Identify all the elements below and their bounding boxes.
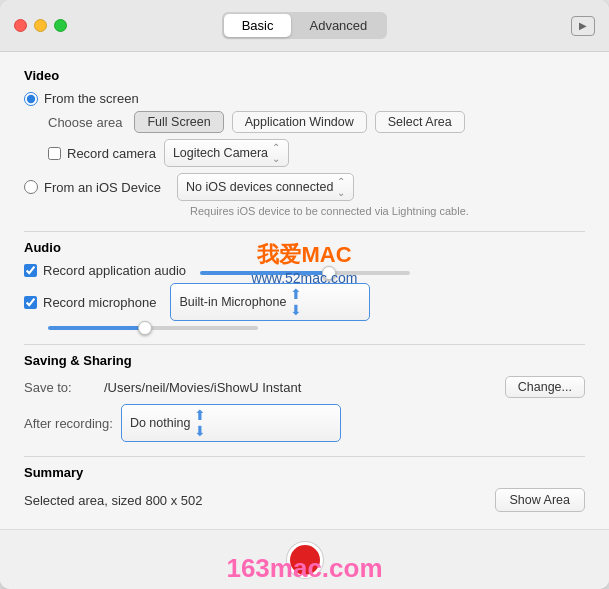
record-app-audio-row: Record application audio: [24, 263, 585, 278]
audio-section-title: Audio: [24, 240, 585, 255]
content-area: Video From the screen Choose area Full S…: [0, 52, 609, 529]
after-dropdown[interactable]: Do nothing ⬆⬇: [121, 404, 341, 442]
record-camera-checkbox[interactable]: [48, 147, 61, 160]
summary-section: Summary Selected area, sized 800 x 502 S…: [24, 465, 585, 512]
save-to-label: Save to:: [24, 380, 104, 395]
ios-dropdown[interactable]: No iOS devices connected ⌃⌄: [177, 173, 354, 201]
traffic-lights: [14, 19, 67, 32]
application-window-btn[interactable]: Application Window: [232, 111, 367, 133]
after-dropdown-arrow: ⬆⬇: [194, 407, 206, 439]
mic-dropdown[interactable]: Built-in Microphone ⬆⬇: [170, 283, 370, 321]
titlebar: Basic Advanced ▶: [0, 0, 609, 52]
ios-hint: Requires iOS device to be connected via …: [190, 205, 585, 217]
minimize-button[interactable]: [34, 19, 47, 32]
tab-group: Basic Advanced: [222, 12, 388, 39]
volume-slider-row: [48, 326, 585, 330]
choose-area-label: Choose area: [48, 115, 122, 130]
save-path: /Users/neil/Movies/iShowU Instant: [104, 380, 505, 395]
app-audio-slider-thumb[interactable]: [322, 266, 336, 280]
record-app-audio-label[interactable]: Record application audio: [24, 263, 186, 278]
select-area-btn[interactable]: Select Area: [375, 111, 465, 133]
divider-1: [24, 231, 585, 232]
divider-3: [24, 456, 585, 457]
full-screen-btn[interactable]: Full Screen: [134, 111, 223, 133]
summary-text: Selected area, sized 800 x 502: [24, 493, 495, 508]
show-area-button[interactable]: Show Area: [495, 488, 585, 512]
choose-area-row: Choose area Full Screen Application Wind…: [48, 111, 585, 133]
bottom-bar: 163mac.com: [0, 529, 609, 589]
play-button[interactable]: ▶: [571, 16, 595, 36]
saving-section-title: Saving & Sharing: [24, 353, 585, 368]
from-screen-radio[interactable]: [24, 92, 38, 106]
video-section: Video From the screen Choose area Full S…: [24, 68, 585, 217]
from-ios-radio[interactable]: [24, 180, 38, 194]
ios-dropdown-arrow: ⌃⌄: [337, 176, 345, 198]
record-mic-checkbox[interactable]: [24, 296, 37, 309]
camera-row: Record camera Logitech Camera ⌃⌄: [48, 139, 585, 167]
camera-dropdown[interactable]: Logitech Camera ⌃⌄: [164, 139, 289, 167]
audio-section: Audio Record application audio Record mi…: [24, 240, 585, 330]
change-button[interactable]: Change...: [505, 376, 585, 398]
record-button[interactable]: [287, 542, 323, 578]
after-recording-label: After recording:: [24, 416, 113, 431]
mic-dropdown-arrow: ⬆⬇: [290, 286, 302, 318]
video-section-title: Video: [24, 68, 585, 83]
record-mic-row: Record microphone Built-in Microphone ⬆⬇: [24, 283, 585, 321]
record-camera-label[interactable]: Record camera: [48, 146, 156, 161]
camera-dropdown-arrow: ⌃⌄: [272, 142, 280, 164]
after-recording-row: After recording: Do nothing ⬆⬇: [24, 404, 585, 442]
from-screen-label[interactable]: From the screen: [24, 91, 139, 106]
app-audio-slider-track: [200, 271, 410, 275]
record-app-audio-checkbox[interactable]: [24, 264, 37, 277]
tab-basic[interactable]: Basic: [224, 14, 292, 37]
main-window: Basic Advanced ▶ Video From the screen C…: [0, 0, 609, 589]
saving-section: Saving & Sharing Save to: /Users/neil/Mo…: [24, 353, 585, 442]
ios-row: From an iOS Device No iOS devices connec…: [24, 173, 585, 201]
divider-2: [24, 344, 585, 345]
tab-advanced[interactable]: Advanced: [291, 14, 385, 37]
summary-row: Selected area, sized 800 x 502 Show Area: [24, 488, 585, 512]
volume-thumb[interactable]: [138, 321, 152, 335]
maximize-button[interactable]: [54, 19, 67, 32]
close-button[interactable]: [14, 19, 27, 32]
from-screen-row: From the screen: [24, 91, 585, 106]
record-mic-label[interactable]: Record microphone: [24, 295, 156, 310]
volume-track: [48, 326, 258, 330]
summary-section-title: Summary: [24, 465, 585, 480]
save-to-row: Save to: /Users/neil/Movies/iShowU Insta…: [24, 376, 585, 398]
from-ios-label[interactable]: From an iOS Device: [24, 180, 161, 195]
